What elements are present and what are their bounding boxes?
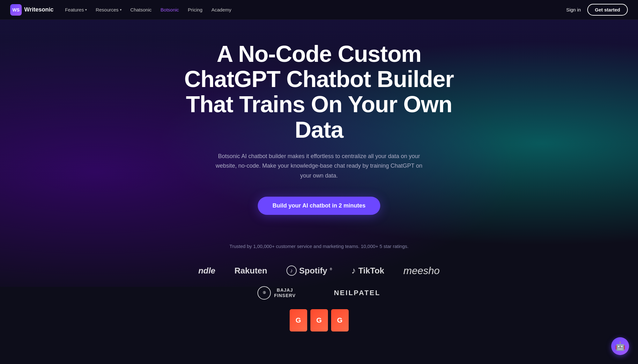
nav-link-botsonic-label: Botsonic xyxy=(160,7,179,12)
trusted-text: Trusted by 1,00,000+ customer service an… xyxy=(6,244,632,249)
brand-logos-row3: G G G xyxy=(6,309,632,331)
g2-badge-3: G xyxy=(331,309,349,331)
logo[interactable]: WS Writesonic xyxy=(10,4,54,16)
nav-right: Sign in Get started xyxy=(566,4,628,16)
brand-tiktok-text: TikTok xyxy=(358,266,384,276)
nav-link-academy[interactable]: Academy xyxy=(211,7,232,12)
nav-left: WS Writesonic Features ▾ Resources ▾ Cha… xyxy=(10,4,231,16)
nav-link-botsonic[interactable]: Botsonic xyxy=(160,7,179,12)
g2-badge-1: G xyxy=(290,309,307,331)
chatbot-bubble[interactable]: 🤖 xyxy=(611,337,629,355)
nav-link-academy-label: Academy xyxy=(211,7,232,12)
brand-rakuten-text: Rakuten xyxy=(234,266,267,276)
get-started-button[interactable]: Get started xyxy=(587,4,628,16)
g2-badge-3-label: G xyxy=(337,316,342,324)
brand-tiktok: ♪ TikTok xyxy=(351,266,384,276)
bajaj-circle-letter: Ⓑ xyxy=(263,291,266,295)
chevron-down-icon: ▾ xyxy=(85,8,87,11)
brand-rakuten: Rakuten xyxy=(234,266,267,276)
brand-meesho: meesho xyxy=(404,265,440,277)
navigation: WS Writesonic Features ▾ Resources ▾ Cha… xyxy=(0,0,638,20)
nav-link-chatsonic[interactable]: Chatsonic xyxy=(130,7,152,12)
logo-letters: WS xyxy=(12,7,20,12)
nav-link-features-label: Features xyxy=(65,7,84,12)
chevron-down-icon: ▾ xyxy=(120,8,122,11)
nav-link-pricing[interactable]: Pricing xyxy=(188,7,203,12)
hero-cta-button[interactable]: Build your AI chatbot in 2 minutes xyxy=(258,197,380,215)
spotify-icon: ♪ xyxy=(286,266,297,276)
hero-section: A No-Code Custom ChatGPT Chatbot Builder… xyxy=(175,0,463,215)
signin-button[interactable]: Sign in xyxy=(566,7,581,12)
brand-spotify-text: Spotify xyxy=(299,266,327,276)
g2-badge-1-label: G xyxy=(295,316,301,324)
nav-link-resources-label: Resources xyxy=(96,7,119,12)
g2-badge-2-label: G xyxy=(316,316,322,324)
logo-icon: WS xyxy=(10,4,22,16)
hero-title: A No-Code Custom ChatGPT Chatbot Builder… xyxy=(183,41,455,142)
nav-link-resources[interactable]: Resources ▾ xyxy=(96,7,122,12)
nav-link-chatsonic-label: Chatsonic xyxy=(130,7,152,12)
nav-link-pricing-label: Pricing xyxy=(188,7,203,12)
trusted-section: Trusted by 1,00,000+ customer service an… xyxy=(0,244,638,331)
bajaj-logo-circle: Ⓑ xyxy=(257,286,271,300)
g2-badge-2: G xyxy=(310,309,328,331)
brand-logos-row2: Ⓑ BAJAJFINSERV NEILPATEL xyxy=(6,286,632,300)
hero-subtitle: Botsonic AI chatbot builder makes it eff… xyxy=(211,151,427,181)
brand-neilpatel: NEILPATEL xyxy=(334,289,381,297)
brand-neilpatel-text: NEILPATEL xyxy=(334,289,381,297)
brand-bajaj: Ⓑ BAJAJFINSERV xyxy=(257,286,295,300)
nav-links: Features ▾ Resources ▾ Chatsonic Botsoni… xyxy=(65,7,232,12)
tiktok-icon: ♪ xyxy=(351,266,356,276)
brand-candle-text: ndle xyxy=(198,266,215,276)
bajaj-text: BAJAJFINSERV xyxy=(274,288,295,298)
chatbot-icon: 🤖 xyxy=(615,341,625,351)
nav-link-features[interactable]: Features ▾ xyxy=(65,7,87,12)
brand-meesho-text: meesho xyxy=(404,265,440,277)
brand-logos-row1: ndle Rakuten ♪ Spotify ® ♪ TikTok meesho xyxy=(6,265,632,277)
brand-candle: ndle xyxy=(198,266,215,276)
logo-name: Writesonic xyxy=(24,6,54,13)
brand-spotify: ♪ Spotify ® xyxy=(286,266,332,276)
